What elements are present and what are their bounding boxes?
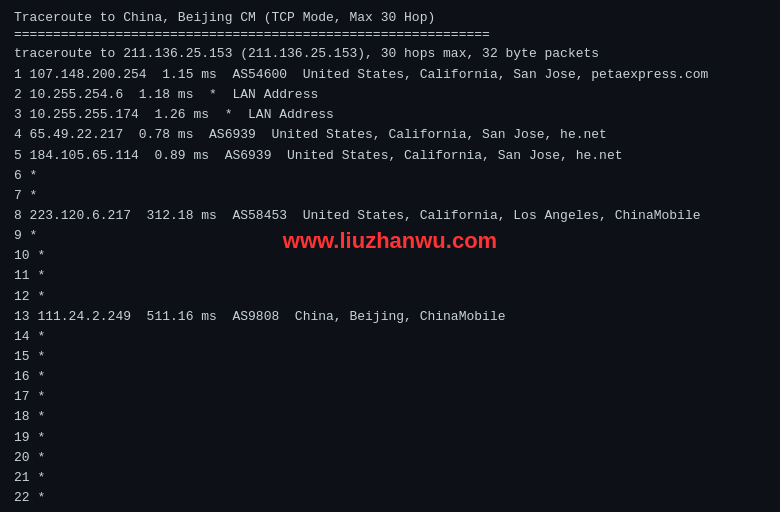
hop-line: 9 * (14, 226, 766, 246)
traceroute-header: traceroute to 211.136.25.153 (211.136.25… (14, 46, 766, 61)
hop-line: 10 * (14, 246, 766, 266)
hop-line: 5 184.105.65.114 0.89 ms AS6939 United S… (14, 146, 766, 166)
hop-line: 11 * (14, 266, 766, 286)
hop-line: 13 111.24.2.249 511.16 ms AS9808 China, … (14, 307, 766, 327)
hop-line: 21 * (14, 468, 766, 488)
hops-container: 1 107.148.200.254 1.15 ms AS54600 United… (14, 65, 766, 512)
hop-line: 12 * (14, 287, 766, 307)
hop-line: 8 223.120.6.217 312.18 ms AS58453 United… (14, 206, 766, 226)
hop-line: 15 * (14, 347, 766, 367)
separator: ========================================… (14, 27, 766, 42)
hop-line: 22 * (14, 488, 766, 508)
hop-line: 20 * (14, 448, 766, 468)
hop-line: 18 * (14, 407, 766, 427)
hop-line: 4 65.49.22.217 0.78 ms AS6939 United Sta… (14, 125, 766, 145)
hop-line: 6 * (14, 166, 766, 186)
terminal-window: Traceroute to China, Beijing CM (TCP Mod… (14, 10, 766, 502)
hop-line: 1 107.148.200.254 1.15 ms AS54600 United… (14, 65, 766, 85)
hop-line: 19 * (14, 428, 766, 448)
hop-line: 7 * (14, 186, 766, 206)
hop-line: 2 10.255.254.6 1.18 ms * LAN Address (14, 85, 766, 105)
title-line: Traceroute to China, Beijing CM (TCP Mod… (14, 10, 766, 25)
hop-line: 3 10.255.255.174 1.26 ms * LAN Address (14, 105, 766, 125)
hop-line: 14 * (14, 327, 766, 347)
hop-line: 23 * (14, 508, 766, 512)
hop-line: 17 * (14, 387, 766, 407)
hop-line: 16 * (14, 367, 766, 387)
